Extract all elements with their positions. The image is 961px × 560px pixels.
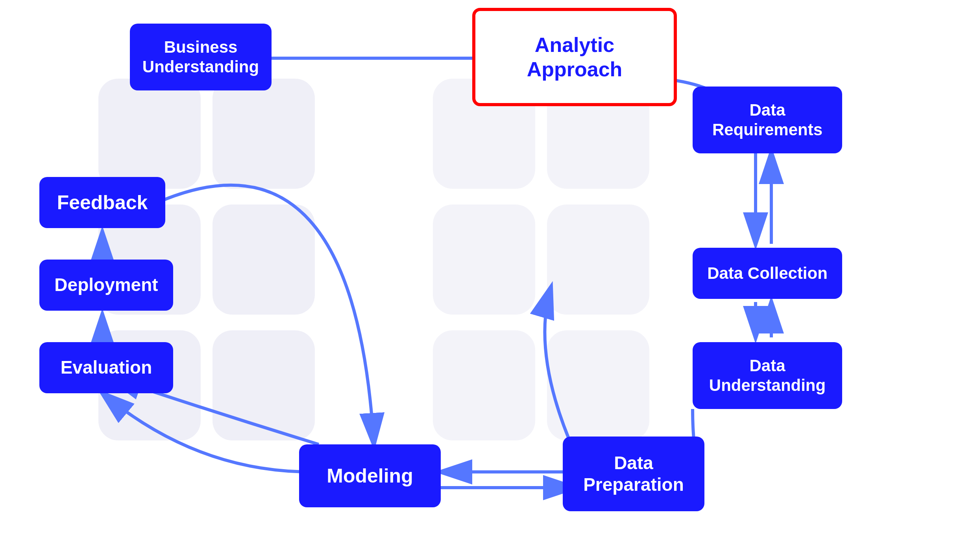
analytic-approach-node: AnalyticApproach [472,8,677,106]
svg-rect-5 [213,330,315,440]
data-understanding-node: DataUnderstanding [693,342,842,409]
modeling-node: Modeling [299,444,441,507]
svg-rect-10 [433,330,535,440]
svg-rect-1 [213,79,315,189]
business-understanding-node: BusinessUnderstanding [130,24,272,90]
svg-rect-3 [213,204,315,315]
svg-rect-8 [433,204,535,315]
evaluation-node: Evaluation [39,342,173,393]
diagram-container: BusinessUnderstanding AnalyticApproach D… [0,0,961,560]
data-requirements-node: DataRequirements [693,87,842,153]
svg-rect-9 [547,204,649,315]
feedback-node: Feedback [39,177,165,228]
svg-rect-11 [547,330,649,440]
data-collection-node: Data Collection [693,248,842,299]
svg-rect-0 [98,79,201,189]
deployment-node: Deployment [39,260,173,311]
data-preparation-node: DataPreparation [563,437,704,511]
